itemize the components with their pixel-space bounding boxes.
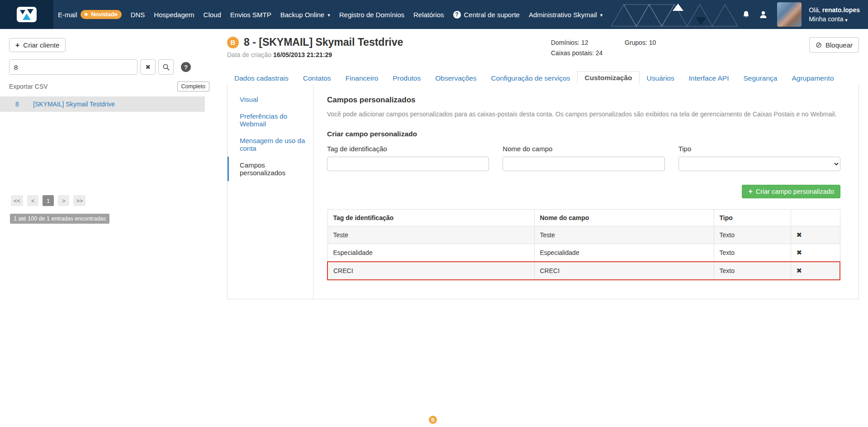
triangle-pattern-decoration — [610, 0, 746, 29]
client-tabs: Dados cadastrais Contatos Financeiro Pro… — [227, 71, 859, 85]
user-icon[interactable] — [758, 10, 768, 19]
export-row: Exportar CSV Completo — [9, 81, 209, 92]
nav-item-envios-smtp[interactable]: Envios SMTP — [226, 0, 276, 29]
block-client-button[interactable]: ⊘ Bloquear — [809, 37, 859, 53]
clear-search-button[interactable]: ✖ — [140, 59, 156, 75]
tab-agrupamento[interactable]: Agrupamento — [784, 72, 841, 85]
clear-icon: ✖ — [145, 63, 151, 71]
nav-item-registro-dominios[interactable]: Registro de Domínios — [335, 0, 409, 29]
create-field-title: Criar campo personalizado — [327, 130, 840, 138]
pagination-next-button[interactable]: > — [58, 195, 69, 206]
user-avatar[interactable] — [777, 2, 802, 27]
client-search-input[interactable] — [9, 59, 138, 75]
footer-orange-badge[interactable]: B — [429, 416, 437, 424]
nav-item-hospedagem[interactable]: Hospedagem — [149, 0, 199, 29]
create-field-button[interactable]: + Criar campo personalizado — [742, 185, 840, 198]
subnav-mensagem-uso-conta[interactable]: Mensagem de uso da conta — [228, 132, 313, 157]
customization-subnav: Visual Preferências do Webmail Mensagem … — [228, 84, 313, 299]
cell-tag: Teste — [327, 226, 534, 244]
pagination-page-1-button[interactable]: 1 — [43, 195, 54, 206]
th-actions — [791, 210, 840, 226]
tab-financeiro[interactable]: Financeiro — [338, 72, 385, 85]
section-title: Campos personalizados — [327, 96, 840, 105]
client-name: [SKYMAIL] Skymail Testdrive — [33, 101, 115, 108]
subnav-campos-personalizados[interactable]: Campos personalizados — [228, 157, 313, 181]
pagination-last-button[interactable]: >> — [73, 195, 85, 206]
delete-field-icon[interactable]: ✖ — [797, 249, 802, 256]
my-account-label: Minha conta ▾ — [809, 14, 860, 24]
table-header-row: Tag de identificação Nome do campo Tipo — [327, 210, 840, 226]
client-search-row: ✖ ? — [9, 59, 209, 75]
search-help-icon[interactable]: ? — [181, 62, 191, 72]
clients-sidebar: + Criar cliente ✖ ? Exportar CSV Complet… — [0, 29, 218, 427]
nav-item-backup-online[interactable]: Backup Online ▾ — [276, 0, 335, 29]
th-tag: Tag de identificação — [327, 210, 534, 226]
novidade-label: Novidade — [91, 11, 118, 18]
customization-panel: Visual Preferências do Webmail Mensagem … — [227, 84, 859, 299]
subnav-preferencias-webmail[interactable]: Preferências do Webmail — [228, 108, 313, 132]
cell-tag: Especialidade — [327, 244, 534, 262]
tab-seguranca[interactable]: Segurança — [736, 72, 784, 85]
stat-caixas-postais: Caixas postais: 24 — [551, 49, 602, 57]
plus-icon: + — [15, 42, 19, 49]
stat-dominios: Domínios: 12 — [551, 39, 588, 46]
client-type-badge: B — [227, 37, 239, 48]
th-name: Nome do campo — [534, 210, 714, 226]
create-client-button[interactable]: + Criar cliente — [9, 38, 66, 52]
user-account-menu[interactable]: Olá, renato.lopes Minha conta ▾ — [809, 5, 860, 24]
skymail-logo[interactable] — [0, 0, 53, 29]
section-description: Você pode adicionar campos personalizado… — [327, 110, 840, 118]
completo-button[interactable]: Completo — [177, 82, 210, 91]
client-id: 8 — [15, 101, 33, 108]
nav-item-email[interactable]: E-mail ★ Novidade — [53, 0, 126, 29]
table-row-especialidade: Especialidade Especialidade Texto ✖ — [327, 244, 840, 262]
cell-name: Teste — [534, 226, 714, 244]
tab-observacoes[interactable]: Observações — [428, 72, 484, 85]
nav-item-administrativo-skymail[interactable]: Administrativo Skymail ▾ — [524, 0, 607, 29]
th-type: Tipo — [714, 210, 791, 226]
tab-dados-cadastrais[interactable]: Dados cadastrais — [227, 72, 296, 85]
tag-input[interactable] — [327, 157, 489, 171]
help-icon: ? — [453, 11, 461, 19]
chevron-down-icon: ▾ — [600, 12, 603, 18]
search-button[interactable] — [158, 59, 174, 75]
tab-interface-api[interactable]: Interface API — [682, 72, 736, 85]
cell-type: Texto — [714, 226, 791, 244]
delete-field-icon[interactable]: ✖ — [797, 231, 802, 239]
tab-contatos[interactable]: Contatos — [296, 72, 338, 85]
tab-usuarios[interactable]: Usuários — [640, 72, 682, 85]
star-icon: ★ — [84, 11, 89, 18]
pagination-prev-button[interactable]: < — [27, 195, 38, 206]
page-title: 8 - [SKYMAIL] Skymail Testdrive — [244, 36, 403, 48]
nav-item-relatorios[interactable]: Relatórios — [409, 0, 449, 29]
cell-name: Especialidade — [534, 244, 714, 262]
chevron-down-icon: ▾ — [845, 17, 848, 23]
export-csv-link[interactable]: Exportar CSV — [9, 83, 48, 90]
navbar-right: Olá, renato.lopes Minha conta ▾ — [741, 0, 868, 29]
nav-item-central-suporte[interactable]: ? Central de suporte — [449, 0, 524, 29]
notifications-bell-icon[interactable] — [741, 10, 751, 19]
created-date: Data de criação16/05/2013 21:21:29 — [227, 51, 859, 58]
tab-configuracao-servicos[interactable]: Configuração de serviços — [484, 72, 578, 85]
subnav-visual[interactable]: Visual — [228, 91, 313, 108]
nav-item-cloud[interactable]: Cloud — [199, 0, 226, 29]
results-count-badge: 1 até 100 de 1 entradas encontradas — [10, 214, 109, 224]
tab-customizacao[interactable]: Customização — [577, 71, 639, 85]
client-list-item[interactable]: 8 [SKYMAIL] Skymail Testdrive — [0, 96, 205, 112]
nav-item-dns[interactable]: DNS — [126, 0, 150, 29]
delete-field-icon[interactable]: ✖ — [797, 267, 802, 274]
cell-tag: CRECI — [327, 262, 534, 280]
field-name-input[interactable] — [503, 157, 664, 171]
pagination-first-button[interactable]: << — [11, 195, 23, 206]
cell-type: Texto — [714, 262, 791, 280]
tab-produtos[interactable]: Produtos — [385, 72, 428, 85]
cell-name: CRECI — [534, 262, 714, 280]
user-greeting: Olá, renato.lopes — [809, 5, 860, 14]
block-icon: ⊘ — [816, 41, 822, 49]
type-select[interactable] — [678, 157, 840, 171]
main-menu: E-mail ★ Novidade DNS Hospedagem Cloud E… — [53, 0, 607, 29]
field-name-label: Nome do campo — [503, 145, 664, 153]
client-header: B 8 - [SKYMAIL] Skymail Testdrive Data d… — [227, 29, 859, 71]
plus-icon: + — [748, 188, 752, 195]
novidade-badge: ★ Novidade — [81, 10, 122, 19]
